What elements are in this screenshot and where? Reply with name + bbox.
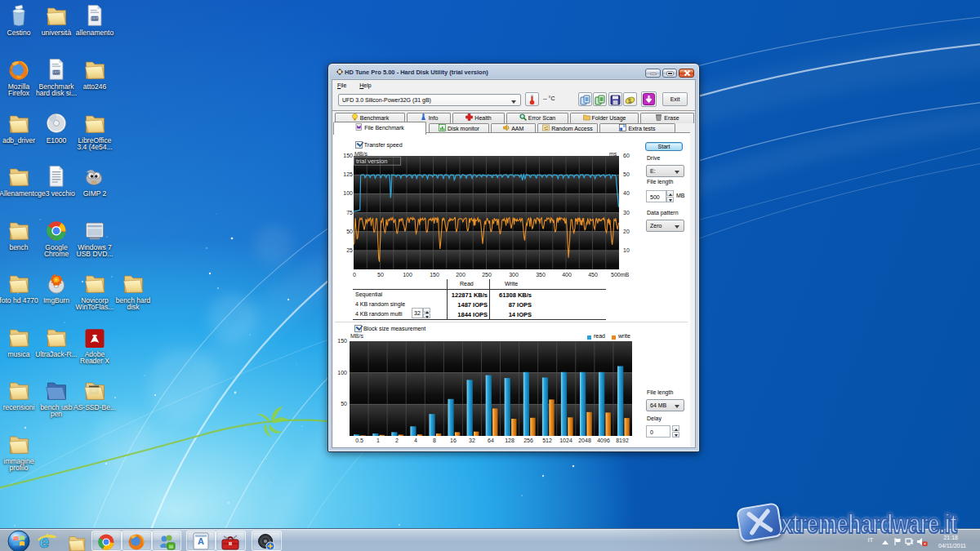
svg-text:$: $ [628, 98, 631, 104]
svg-text:A: A [198, 536, 204, 546]
svg-text:trial version: trial version [356, 158, 387, 165]
